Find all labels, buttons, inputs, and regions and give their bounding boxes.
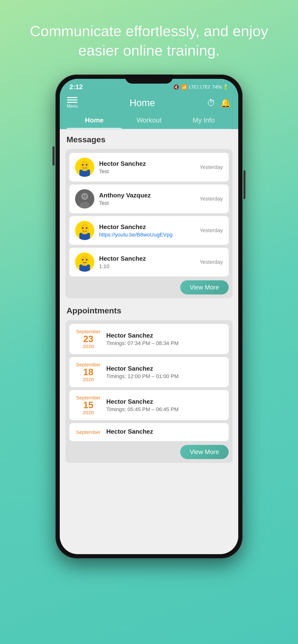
notch (125, 74, 173, 84)
appointment-client-name: Hector Sanchez (106, 365, 223, 372)
message-item[interactable]: Hector Sanchez Test Yesterday (69, 153, 229, 182)
phone-screen: 2:12 🔇 📶 LTE1 LTE2 74% 🔋 (60, 79, 238, 554)
phone-frame: 2:12 🔇 📶 LTE1 LTE2 74% 🔋 (55, 74, 243, 558)
message-preview-link[interactable]: https://youtu.be/B8woUugEVpg (99, 232, 195, 238)
message-preview-text: Test (99, 168, 195, 175)
menu-button[interactable]: Menu (67, 97, 78, 109)
phone-mockup: 2:12 🔇 📶 LTE1 LTE2 74% 🔋 (55, 74, 243, 558)
hamburger-line1 (67, 97, 77, 98)
app-bar: Menu Home ⏱ 🔔 Home Workout My Info (60, 93, 238, 129)
content-area: Messages (60, 129, 238, 554)
appointment-month: September (75, 362, 101, 368)
appointment-info: Hector Sanchez Timings: 05:45 PM – 06:45… (106, 398, 223, 412)
appointment-client-name: Hector Sanchez (106, 398, 223, 406)
tab-home[interactable]: Home (67, 112, 122, 129)
appointment-item[interactable]: September Hector Sanchez (69, 423, 229, 441)
message-time: Yesterday (200, 196, 223, 202)
message-sender-name: Hector Sanchez (99, 255, 195, 262)
appointment-year: 2020 (75, 410, 101, 416)
message-preview-text: Test (99, 200, 195, 206)
appointment-month: September (75, 429, 101, 435)
mute-icon: 🔇 (173, 84, 179, 90)
app-title: Home (129, 98, 155, 108)
message-sender-name: Hector Sanchez (99, 223, 195, 231)
appointment-info: Hector Sanchez Timings: 07:34 PM – 08:34… (106, 332, 223, 346)
menu-label: Menu (67, 104, 78, 109)
svg-point-16 (82, 232, 88, 234)
avatar-image (75, 189, 94, 208)
avatar (75, 158, 94, 177)
appointment-date: September 15 2020 (75, 395, 101, 416)
svg-point-5 (82, 168, 88, 171)
appointment-date: September 23 2020 (75, 329, 101, 349)
appointment-day: 23 (75, 334, 101, 344)
svg-point-9 (83, 196, 84, 197)
message-time: Yesterday (200, 164, 223, 170)
appointment-date: September 18 2020 (75, 362, 101, 382)
message-info: Hector Sanchez https://youtu.be/B8woUugE… (99, 223, 195, 238)
svg-point-13 (82, 227, 83, 229)
message-item[interactable]: Hector Sanchez https://youtu.be/B8woUugE… (69, 216, 229, 245)
power-button (244, 170, 245, 199)
svg-point-7 (81, 193, 88, 200)
appointment-day: 18 (75, 368, 101, 376)
message-item[interactable]: Anthony Vazquez Test Yesterday (69, 184, 229, 213)
app-bar-top: Menu Home ⏱ 🔔 (67, 97, 231, 112)
svg-point-3 (86, 164, 87, 166)
status-time: 2:12 (69, 83, 83, 91)
messages-cards: Hector Sanchez Test Yesterday (66, 149, 232, 298)
appointment-year: 2020 (75, 344, 101, 349)
appointment-date: September (75, 429, 101, 435)
appointments-view-more-button[interactable]: View More (180, 445, 229, 459)
appointments-section-title: Appointments (66, 306, 232, 315)
appointment-info: Hector Sanchez (106, 428, 223, 436)
tab-workout[interactable]: Workout (122, 112, 176, 129)
wifi-icon: 📶 (181, 84, 187, 90)
signal-icon: LTE1 LTE2 (189, 84, 210, 90)
tab-myinfo[interactable]: My Info (176, 112, 231, 129)
svg-point-22 (82, 263, 88, 266)
message-preview-text: 1:10 (99, 263, 195, 270)
message-item[interactable]: Hector Sanchez 1:10 Yesterday (69, 248, 229, 276)
svg-point-20 (86, 259, 87, 260)
appointments-cards: September 23 2020 Hector Sanchez Timings… (66, 320, 232, 463)
appointment-year: 2020 (75, 376, 101, 382)
avatar (75, 189, 94, 208)
svg-point-19 (82, 259, 83, 260)
svg-point-10 (85, 196, 86, 197)
message-info: Anthony Vazquez Test (99, 192, 195, 206)
notification-icon[interactable]: 🔔 (220, 98, 231, 108)
appointment-timings: Timings: 07:34 PM – 08:34 PM (106, 340, 223, 346)
appointment-timings: Timings: 05:45 PM – 06:45 PM (106, 406, 223, 412)
appointment-month: September (75, 329, 101, 334)
appointment-item[interactable]: September 18 2020 Hector Sanchez Timings… (69, 357, 229, 387)
appointment-day: 15 (75, 400, 101, 410)
messages-section-title: Messages (66, 135, 232, 144)
svg-point-14 (86, 227, 87, 229)
messages-view-more-container: View More (69, 280, 229, 294)
svg-point-2 (82, 164, 83, 166)
messages-view-more-button[interactable]: View More (180, 280, 229, 294)
headline-line2: easier online training. (78, 42, 220, 59)
volume-button (53, 146, 54, 166)
message-time: Yesterday (200, 259, 223, 265)
nav-tabs: Home Workout My Info (67, 112, 231, 129)
status-icons: 🔇 📶 LTE1 LTE2 74% 🔋 (173, 84, 229, 90)
battery-icon: 74% 🔋 (212, 84, 229, 90)
avatar (75, 221, 94, 240)
app-bar-actions: ⏱ 🔔 (207, 98, 231, 108)
timer-icon[interactable]: ⏱ (207, 98, 215, 108)
headline-text: Communicate effortlessly, and enjoy easi… (11, 0, 287, 74)
appointment-timings: Timings: 12:00 PM – 01:00 PM (106, 373, 223, 380)
message-sender-name: Anthony Vazquez (99, 192, 195, 199)
appointment-item[interactable]: September 23 2020 Hector Sanchez Timings… (69, 324, 229, 354)
appointment-item[interactable]: September 15 2020 Hector Sanchez Timings… (69, 390, 229, 420)
hamburger-line2 (67, 100, 77, 100)
avatar (75, 252, 94, 272)
message-time: Yesterday (200, 227, 223, 234)
appointment-client-name: Hector Sanchez (106, 428, 223, 435)
appointments-view-more-container: View More (69, 445, 229, 459)
message-info: Hector Sanchez 1:10 (99, 255, 195, 270)
message-link[interactable]: https://youtu.be/B8woUugEVpg (99, 232, 173, 238)
headline-line1: Communicate effortlessly, and enjoy (30, 23, 268, 39)
